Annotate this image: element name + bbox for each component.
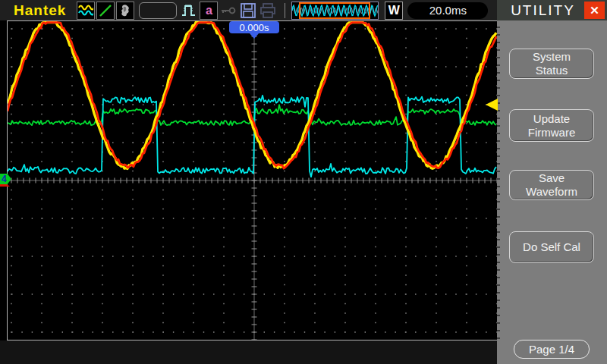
dual-waveform-icon[interactable] bbox=[77, 2, 95, 20]
close-button[interactable]: ✕ bbox=[584, 2, 605, 19]
waveform-display: 0.000s bbox=[7, 20, 498, 340]
preview-selection[interactable] bbox=[299, 2, 370, 19]
key-icon[interactable] bbox=[219, 2, 237, 20]
page-button[interactable]: Page 1/4 bbox=[514, 340, 590, 359]
w-mode-icon[interactable]: W bbox=[385, 2, 403, 20]
utility-panel: UTILITY ✕ System Status Update Firmware … bbox=[497, 0, 607, 364]
waveform-preview[interactable] bbox=[291, 2, 379, 20]
status-bar: CH1 1.00V CH2 1.00V CH3 1.00V CH4 1.00V … bbox=[0, 340, 497, 364]
toolbar-separator bbox=[285, 3, 285, 18]
do-self-cal-button[interactable]: Do Self Cal bbox=[509, 231, 594, 263]
top-toolbar: Hantek a bbox=[0, 0, 497, 20]
save-icon[interactable] bbox=[239, 2, 257, 20]
oscilloscope-screen: { "topbar": { "brand": "Hantek", "a_labe… bbox=[0, 0, 607, 364]
panel-title: UTILITY bbox=[497, 2, 584, 19]
pulse-icon[interactable] bbox=[180, 2, 198, 20]
print-icon[interactable] bbox=[259, 2, 277, 20]
diagonal-line-icon[interactable] bbox=[96, 2, 115, 20]
input-field[interactable] bbox=[139, 2, 177, 19]
right-edge-ruler bbox=[497, 20, 500, 340]
trigger-level-arrow[interactable] bbox=[486, 99, 498, 111]
scope-canvas bbox=[8, 21, 497, 340]
brand-logo: Hantek bbox=[14, 2, 66, 19]
time-offset-tag[interactable]: 0.000s bbox=[229, 21, 279, 33]
text-a-icon[interactable]: a bbox=[200, 2, 218, 20]
save-waveform-button[interactable]: Save Waveform bbox=[509, 170, 594, 200]
hand-icon[interactable] bbox=[116, 2, 134, 20]
update-firmware-button[interactable]: Update Firmware bbox=[509, 109, 594, 142]
system-status-button[interactable]: System Status bbox=[509, 49, 594, 79]
panel-header: UTILITY ✕ bbox=[497, 0, 607, 20]
time-offset-pointer bbox=[250, 33, 259, 39]
timebase-display: 20.0ms bbox=[407, 2, 488, 19]
